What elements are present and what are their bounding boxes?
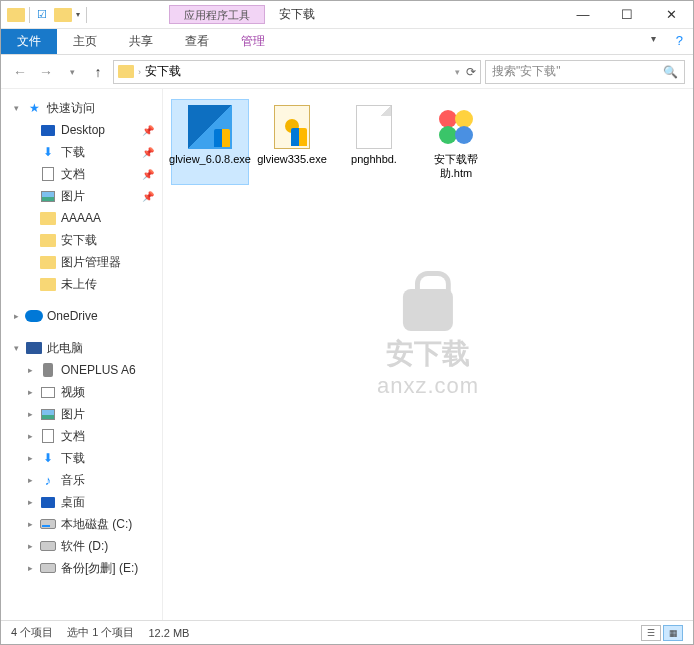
view-icons-button[interactable]: ▦ [663, 625, 683, 641]
chevron-icon[interactable]: ▸ [25, 497, 35, 507]
tree-label: 文档 [61, 166, 85, 183]
file-item[interactable]: glview335.exe [253, 99, 331, 185]
chevron-icon[interactable]: ▸ [25, 409, 35, 419]
sidebar-item-图片管理器[interactable]: 图片管理器 [1, 251, 162, 273]
qat-dropdown-icon[interactable]: ▾ [76, 10, 80, 19]
drive-c-icon [39, 516, 57, 532]
sidebar-item-文档[interactable]: ▸文档 [1, 425, 162, 447]
ribbon-tabs: 文件 主页 共享 查看 管理 ▾ ? [1, 29, 693, 55]
chevron-icon[interactable]: ▸ [25, 563, 35, 573]
file-icon [186, 103, 234, 151]
chevron-icon[interactable]: ▸ [25, 387, 35, 397]
minimize-button[interactable]: — [561, 1, 605, 29]
tree-label: 安下载 [61, 232, 97, 249]
sidebar-item-下载[interactable]: ▸⬇下载 [1, 447, 162, 469]
sidebar-item-备份[勿删] (E:)[interactable]: ▸备份[勿删] (E:) [1, 557, 162, 579]
tab-view[interactable]: 查看 [169, 29, 225, 54]
tree-label: 图片管理器 [61, 254, 121, 271]
help-icon[interactable]: ? [666, 29, 693, 54]
address-dropdown-icon[interactable]: ▾ [455, 67, 460, 77]
tab-home[interactable]: 主页 [57, 29, 113, 54]
sidebar-item-图片[interactable]: 图片📌 [1, 185, 162, 207]
maximize-button[interactable]: ☐ [605, 1, 649, 29]
sidebar-this-pc[interactable]: ▾此电脑 [1, 337, 162, 359]
close-button[interactable]: ✕ [649, 1, 693, 29]
file-list[interactable]: 安下载 anxz.com glview_6.0.8.exeglview335.e… [163, 89, 693, 620]
download-icon: ⬇ [39, 450, 57, 466]
window-title: 安下载 [279, 6, 315, 23]
sidebar-item-ONEPLUS A6[interactable]: ▸ONEPLUS A6 [1, 359, 162, 381]
nav-back-button[interactable]: ← [9, 61, 31, 83]
tree-label: 文档 [61, 428, 85, 445]
chevron-icon[interactable]: ▸ [11, 311, 21, 321]
sidebar-item-图片[interactable]: ▸图片 [1, 403, 162, 425]
qat-properties-icon[interactable]: ☑ [34, 7, 50, 23]
chevron-icon[interactable]: ▸ [25, 365, 35, 375]
chevron-icon[interactable]: ▸ [25, 541, 35, 551]
sidebar-item-AAAAA[interactable]: AAAAA [1, 207, 162, 229]
folder-icon[interactable] [7, 8, 25, 22]
sidebar-item-本地磁盘 (C:)[interactable]: ▸本地磁盘 (C:) [1, 513, 162, 535]
chevron-icon[interactable]: ▸ [25, 519, 35, 529]
tab-share[interactable]: 共享 [113, 29, 169, 54]
chevron-icon[interactable]: ▸ [25, 453, 35, 463]
chevron-icon[interactable]: ▾ [11, 103, 21, 113]
pin-icon: 📌 [142, 125, 154, 136]
tree-label: 快速访问 [47, 100, 95, 117]
file-name: pnghhbd. [351, 153, 397, 167]
refresh-icon[interactable]: ⟳ [466, 65, 476, 79]
nav-up-button[interactable]: ↑ [87, 61, 109, 83]
tab-file[interactable]: 文件 [1, 29, 57, 54]
view-details-button[interactable]: ☰ [641, 625, 661, 641]
sidebar-quick-access[interactable]: ▾★快速访问 [1, 97, 162, 119]
tree-label: 本地磁盘 (C:) [61, 516, 132, 533]
breadcrumb[interactable]: 安下载 [141, 63, 185, 80]
ribbon-expand-icon[interactable]: ▾ [641, 29, 666, 54]
tree-label: 图片 [61, 406, 85, 423]
sidebar-onedrive[interactable]: ▸OneDrive [1, 305, 162, 327]
tree-label: 下载 [61, 450, 85, 467]
chevron-icon[interactable]: ▾ [11, 343, 21, 353]
watermark-text: 安下载 [377, 335, 479, 373]
file-name: 安下载帮助.htm [419, 153, 493, 181]
search-icon[interactable]: 🔍 [663, 65, 678, 79]
sidebar-item-软件 (D:)[interactable]: ▸软件 (D:) [1, 535, 162, 557]
file-name: glview_6.0.8.exe [169, 153, 251, 167]
tab-manage[interactable]: 管理 [225, 29, 281, 54]
drive-icon [39, 538, 57, 554]
address-bar[interactable]: › 安下载 ▾ ⟳ [113, 60, 481, 84]
sidebar-item-桌面[interactable]: ▸桌面 [1, 491, 162, 513]
sidebar-item-Desktop[interactable]: Desktop📌 [1, 119, 162, 141]
status-selected: 选中 1 个项目 [67, 625, 134, 640]
sidebar-item-文档[interactable]: 文档📌 [1, 163, 162, 185]
sidebar-item-未上传[interactable]: 未上传 [1, 273, 162, 295]
file-item[interactable]: pnghhbd. [335, 99, 413, 185]
drive-icon [39, 560, 57, 576]
tree-label: 软件 (D:) [61, 538, 108, 555]
navigation-pane[interactable]: ▾★快速访问Desktop📌⬇下载📌文档📌图片📌AAAAA安下载图片管理器未上传… [1, 89, 163, 620]
sidebar-item-音乐[interactable]: ▸♪音乐 [1, 469, 162, 491]
download-icon: ⬇ [39, 144, 57, 160]
chevron-icon[interactable]: ▸ [25, 475, 35, 485]
sidebar-item-下载[interactable]: ⬇下载📌 [1, 141, 162, 163]
search-placeholder: 搜索"安下载" [492, 63, 561, 80]
sidebar-item-安下载[interactable]: 安下载 [1, 229, 162, 251]
pin-icon: 📌 [142, 147, 154, 158]
qat-new-folder-icon[interactable] [54, 8, 72, 22]
nav-history-dropdown[interactable]: ▾ [61, 61, 83, 83]
file-icon [432, 103, 480, 151]
tree-label: 下载 [61, 144, 85, 161]
file-item[interactable]: glview_6.0.8.exe [171, 99, 249, 185]
chevron-icon[interactable]: ▸ [25, 431, 35, 441]
file-item[interactable]: 安下载帮助.htm [417, 99, 495, 185]
navigation-bar: ← → ▾ ↑ › 安下载 ▾ ⟳ 搜索"安下载" 🔍 [1, 55, 693, 89]
file-name: glview335.exe [257, 153, 327, 167]
tree-label: ONEPLUS A6 [61, 363, 136, 377]
nav-forward-button: → [35, 61, 57, 83]
phone-icon [39, 362, 57, 378]
tree-label: 桌面 [61, 494, 85, 511]
sidebar-item-视频[interactable]: ▸视频 [1, 381, 162, 403]
search-input[interactable]: 搜索"安下载" 🔍 [485, 60, 685, 84]
titlebar: ☑ ▾ 应用程序工具 安下载 — ☐ ✕ [1, 1, 693, 29]
lock-icon [403, 289, 453, 331]
